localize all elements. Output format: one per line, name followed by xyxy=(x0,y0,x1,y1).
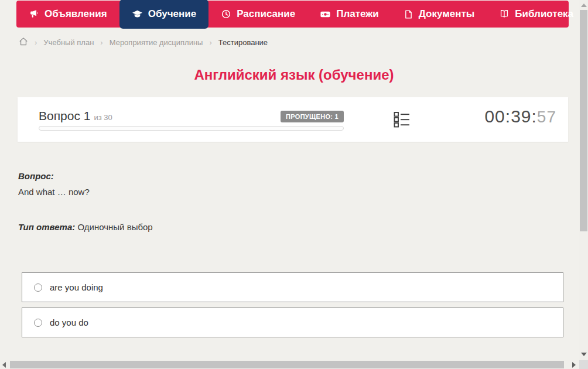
countdown-timer: 00:39:57 xyxy=(484,107,556,127)
nav-label: Платежи xyxy=(336,8,379,20)
graduation-cap-icon xyxy=(132,9,143,20)
answer-type-row: Тип ответа: Одиночный выбор xyxy=(18,221,153,233)
question-list-icon xyxy=(394,111,410,128)
nav-item-payments[interactable]: Платежи xyxy=(307,1,391,28)
nav-label: Библиотека xyxy=(515,8,573,20)
answer-option-1[interactable]: are you doing xyxy=(22,272,563,302)
horizontal-scrollbar-thumb[interactable] xyxy=(10,361,564,368)
timer-seconds: 57 xyxy=(537,108,556,126)
nav-label: Объявления xyxy=(45,8,107,20)
nav-label: Документы xyxy=(419,8,475,20)
skipped-status-badge: ПРОПУЩЕНО: 1 xyxy=(281,111,344,122)
clock-icon xyxy=(221,9,231,19)
breadcrumb-testing-current: Тестирование xyxy=(218,38,268,47)
scroll-up-arrow-icon[interactable] xyxy=(581,4,587,7)
scroll-right-arrow-icon[interactable] xyxy=(572,362,576,368)
vertical-scrollbar[interactable] xyxy=(579,0,588,360)
home-icon[interactable] xyxy=(19,37,28,48)
question-prompt-text: And what … now? xyxy=(18,186,153,198)
banknote-icon xyxy=(320,9,331,20)
answer-option-label: do you do xyxy=(50,317,88,327)
document-icon xyxy=(404,9,413,19)
breadcrumb-separator-icon: › xyxy=(209,38,211,47)
timer-hours-minutes: 00:39: xyxy=(484,107,536,126)
horizontal-scrollbar[interactable] xyxy=(0,360,579,369)
answer-type-value: Одиночный выбор xyxy=(77,222,152,232)
test-progress-bar xyxy=(39,126,344,131)
radio-button[interactable] xyxy=(34,319,42,327)
breadcrumb-curriculum[interactable]: Учебный план xyxy=(43,38,94,47)
page-title: Английский язык (обучение) xyxy=(0,67,588,83)
breadcrumb-separator-icon: › xyxy=(35,38,37,47)
question-number: Вопрос 1из 30 xyxy=(39,109,112,123)
scroll-left-arrow-icon[interactable] xyxy=(2,362,6,368)
nav-item-documents[interactable]: Документы xyxy=(391,1,487,28)
nav-item-library[interactable]: Библиотека xyxy=(487,1,588,28)
scrollbar-corner xyxy=(579,360,588,369)
nav-item-learning[interactable]: Обучение xyxy=(119,0,208,29)
question-header-card: Вопрос 1из 30 ПРОПУЩЕНО: 1 00:39:57 xyxy=(18,97,568,142)
breadcrumb-separator-icon: › xyxy=(100,38,102,47)
nav-label: Расписание xyxy=(237,8,295,20)
question-prompt-label: Вопрос: xyxy=(18,170,153,182)
question-total-label: из 30 xyxy=(94,113,112,122)
answer-option-2[interactable]: do you do xyxy=(22,308,563,337)
breadcrumb: › Учебный план › Мероприятие дисциплины … xyxy=(19,37,268,48)
nav-item-announcements[interactable]: Объявления xyxy=(16,1,119,28)
question-number-label: Вопрос 1 xyxy=(39,109,90,122)
main-navbar: Объявления Обучение Расписание Платежи Д… xyxy=(16,1,569,28)
open-book-icon xyxy=(499,9,510,19)
scroll-down-arrow-icon[interactable] xyxy=(581,353,587,356)
answer-option-label: are you doing xyxy=(50,282,103,292)
megaphone-icon xyxy=(29,9,39,19)
question-number-row: Вопрос 1из 30 ПРОПУЩЕНО: 1 xyxy=(39,109,344,123)
answer-type-label: Тип ответа: xyxy=(18,222,75,232)
question-list-button[interactable] xyxy=(393,111,411,129)
nav-item-schedule[interactable]: Расписание xyxy=(208,1,307,28)
nav-label: Обучение xyxy=(148,8,196,20)
question-body: Вопрос: And what … now? Тип ответа: Один… xyxy=(18,170,153,233)
radio-button[interactable] xyxy=(34,283,42,292)
breadcrumb-discipline-event[interactable]: Мероприятие дисциплины xyxy=(110,38,203,47)
vertical-scrollbar-thumb[interactable] xyxy=(580,10,587,231)
